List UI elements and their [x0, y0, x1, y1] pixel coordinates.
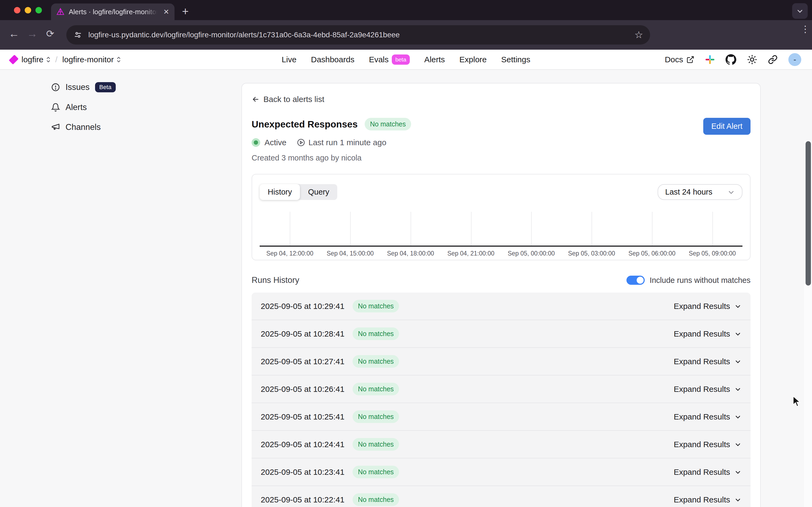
header-actions: Docs -	[665, 53, 801, 66]
docs-link[interactable]: Docs	[665, 55, 694, 64]
scrollbar-track[interactable]	[804, 140, 812, 507]
tab-close-icon[interactable]: ✕	[163, 8, 169, 15]
browser-menu-icon[interactable]: ⋮	[801, 26, 806, 32]
tab-overflow-button[interactable]	[792, 3, 808, 19]
main-nav: Live Dashboards Evals beta Alerts Explor…	[282, 54, 530, 65]
run-no-matches-badge: No matches	[353, 328, 399, 340]
chevron-down-icon	[735, 330, 741, 337]
bookmark-star-icon[interactable]: ☆	[635, 29, 643, 41]
logfire-favicon-icon	[56, 8, 64, 16]
traffic-light-close-button[interactable]	[14, 7, 20, 13]
chevron-down-icon	[735, 496, 741, 503]
issues-alert-icon	[51, 83, 60, 92]
scrollbar-thumb[interactable]	[806, 141, 811, 286]
github-icon[interactable]	[725, 54, 736, 65]
traffic-light-fullscreen-button[interactable]	[36, 7, 42, 13]
sidebar-item-label: Issues	[65, 82, 90, 92]
theme-sun-icon[interactable]	[747, 54, 757, 65]
run-no-matches-badge: No matches	[353, 383, 399, 395]
new-tab-button[interactable]: +	[182, 6, 189, 17]
run-row[interactable]: 2025-09-05 at 10:25:41 No matches Expand…	[252, 403, 751, 431]
expand-results-button[interactable]: Expand Results	[674, 440, 741, 449]
time-range-dropdown[interactable]: Last 24 hours	[658, 184, 743, 200]
app-header: logfire / logfire-monitor Live Dashboard…	[0, 50, 812, 70]
run-timestamp: 2025-09-05 at 10:23:41	[261, 467, 344, 477]
nav-alerts[interactable]: Alerts	[424, 55, 445, 64]
axis-tick: Sep 04, 21:00:00	[447, 250, 494, 257]
run-timestamp: 2025-09-05 at 10:22:41	[261, 495, 344, 504]
expand-results-button[interactable]: Expand Results	[674, 329, 741, 338]
axis-tick: Sep 05, 03:00:00	[568, 250, 615, 257]
back-to-alerts-link[interactable]: Back to alerts list	[252, 95, 324, 104]
toggle-knob	[637, 277, 644, 284]
expand-results-button[interactable]: Expand Results	[674, 495, 741, 504]
run-row[interactable]: 2025-09-05 at 10:27:41 No matches Expand…	[252, 348, 751, 376]
evals-beta-badge: beta	[392, 54, 410, 65]
share-link-icon[interactable]	[768, 55, 778, 64]
logfire-logo-icon	[9, 54, 19, 64]
sidebar-item-alerts[interactable]: Alerts	[51, 103, 116, 112]
sidebar: Issues Beta Alerts Channels	[51, 82, 116, 132]
sidebar-item-label: Channels	[65, 122, 101, 132]
org-switcher[interactable]: logfire	[21, 55, 51, 64]
tab-query[interactable]: Query	[300, 184, 337, 200]
browser-tab-strip: Alerts · logfire/logfire-monitor ✕ +	[0, 0, 812, 20]
include-runs-toggle[interactable]	[627, 276, 645, 285]
run-row[interactable]: 2025-09-05 at 10:22:41 No matches Expand…	[252, 486, 751, 507]
chevron-down-icon	[796, 7, 804, 15]
run-row[interactable]: 2025-09-05 at 10:23:41 No matches Expand…	[252, 458, 751, 486]
run-no-matches-badge: No matches	[353, 410, 399, 423]
project-name: logfire-monitor	[62, 55, 114, 64]
avatar[interactable]: -	[789, 53, 801, 66]
chevron-down-icon	[735, 303, 741, 310]
page-title: Unexpected Responses	[252, 119, 358, 130]
sidebar-item-channels[interactable]: Channels	[51, 122, 116, 132]
run-no-matches-badge: No matches	[353, 493, 399, 506]
chevron-down-icon	[735, 358, 741, 365]
history-chart-card: History Query Last 24 hours Sep 04	[252, 174, 751, 260]
run-row[interactable]: 2025-09-05 at 10:28:41 No matches Expand…	[252, 320, 751, 348]
expand-results-button[interactable]: Expand Results	[674, 357, 741, 366]
expand-results-button[interactable]: Expand Results	[674, 385, 741, 394]
history-query-tabs: History Query	[260, 184, 337, 200]
traffic-light-minimize-button[interactable]	[25, 7, 31, 13]
url-bar[interactable]: logfire-us.pydantic.dev/logfire/logfire-…	[66, 25, 650, 45]
back-arrow-icon	[252, 95, 260, 103]
nav-evals[interactable]: Evals beta	[369, 54, 410, 65]
browser-reload-button[interactable]: ⟳	[46, 29, 54, 39]
runs-history-heading: Runs History	[252, 275, 299, 285]
browser-forward-button[interactable]: →	[27, 28, 38, 39]
org-name: logfire	[21, 55, 44, 64]
run-row[interactable]: 2025-09-05 at 10:26:41 No matches Expand…	[252, 376, 751, 403]
nav-settings[interactable]: Settings	[501, 55, 530, 64]
run-no-matches-badge: No matches	[353, 438, 399, 451]
slack-icon[interactable]	[705, 55, 715, 64]
expand-results-button[interactable]: Expand Results	[674, 302, 741, 311]
nav-dashboards[interactable]: Dashboards	[311, 55, 355, 64]
x-axis-tick-labels: Sep 04, 12:00:00 Sep 04, 15:00:00 Sep 04…	[260, 250, 743, 261]
page-body: Issues Beta Alerts Channels Back to aler…	[0, 70, 812, 507]
run-timestamp: 2025-09-05 at 10:25:41	[261, 412, 344, 421]
nav-live[interactable]: Live	[282, 55, 296, 64]
updown-chevron-icon	[116, 57, 121, 62]
browser-toolbar: ← → ⟳ logfire-us.pydantic.dev/logfire/lo…	[0, 20, 812, 50]
toggle-label: Include runs without matches	[650, 276, 751, 285]
browser-tab[interactable]: Alerts · logfire/logfire-monitor ✕	[51, 3, 174, 20]
tab-history[interactable]: History	[260, 184, 300, 200]
expand-results-button[interactable]: Expand Results	[674, 412, 741, 421]
run-row[interactable]: 2025-09-05 at 10:29:41 No matches Expand…	[252, 292, 751, 320]
axis-tick: Sep 04, 15:00:00	[327, 250, 374, 257]
nav-explore[interactable]: Explore	[459, 55, 487, 64]
sidebar-item-issues[interactable]: Issues Beta	[51, 82, 116, 92]
expand-results-button[interactable]: Expand Results	[674, 467, 741, 477]
no-matches-badge: No matches	[365, 118, 411, 130]
run-row[interactable]: 2025-09-05 at 10:24:41 No matches Expand…	[252, 431, 751, 458]
url-text[interactable]: logfire-us.pydantic.dev/logfire/logfire-…	[88, 31, 635, 39]
bell-icon	[51, 103, 60, 112]
site-info-icon[interactable]	[73, 30, 83, 40]
edit-alert-button[interactable]: Edit Alert	[703, 118, 751, 135]
mouse-cursor	[793, 396, 802, 407]
browser-back-button[interactable]: ←	[9, 28, 19, 39]
axis-tick: Sep 04, 12:00:00	[266, 250, 313, 257]
project-switcher[interactable]: logfire-monitor	[62, 55, 121, 64]
